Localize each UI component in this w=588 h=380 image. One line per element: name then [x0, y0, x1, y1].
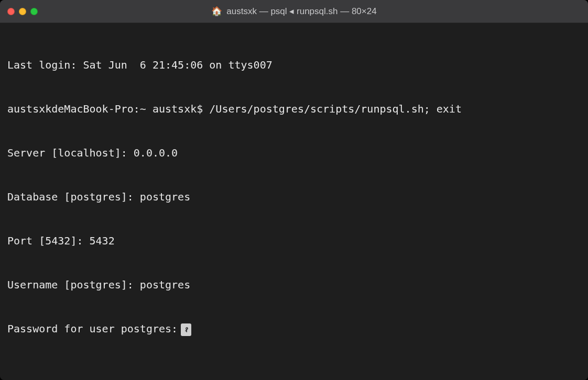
- home-icon: 🏠: [211, 7, 222, 16]
- title-bar[interactable]: 🏠 austsxk — psql ◂ runpsql.sh — 80×24: [0, 0, 588, 23]
- terminal-body[interactable]: Last login: Sat Jun 6 21:45:06 on ttys00…: [0, 23, 588, 380]
- terminal-line: Last login: Sat Jun 6 21:45:06 on ttys00…: [7, 58, 581, 72]
- terminal-line: Server [localhost]: 0.0.0.0: [7, 146, 581, 160]
- window-title: austsxk — psql ◂ runpsql.sh — 80×24: [226, 6, 376, 17]
- maximize-button[interactable]: [30, 8, 38, 15]
- close-button[interactable]: [7, 8, 15, 15]
- password-prompt-text: Password for user postgres:: [7, 322, 178, 335]
- terminal-line: austsxkdeMacBook-Pro:~ austsxk$ /Users/p…: [7, 102, 581, 116]
- terminal-window: 🏠 austsxk — psql ◂ runpsql.sh — 80×24 La…: [0, 0, 588, 380]
- traffic-lights: [7, 8, 38, 15]
- key-icon: [181, 323, 191, 336]
- terminal-line: Username [postgres]: postgres: [7, 277, 581, 292]
- minimize-button[interactable]: [19, 8, 26, 15]
- terminal-line: Database [postgres]: postgres: [7, 189, 581, 204]
- terminal-line: Port [5432]: 5432: [7, 233, 581, 248]
- terminal-password-line: Password for user postgres:: [7, 321, 581, 336]
- window-title-wrap: 🏠 austsxk — psql ◂ runpsql.sh — 80×24: [0, 6, 588, 17]
